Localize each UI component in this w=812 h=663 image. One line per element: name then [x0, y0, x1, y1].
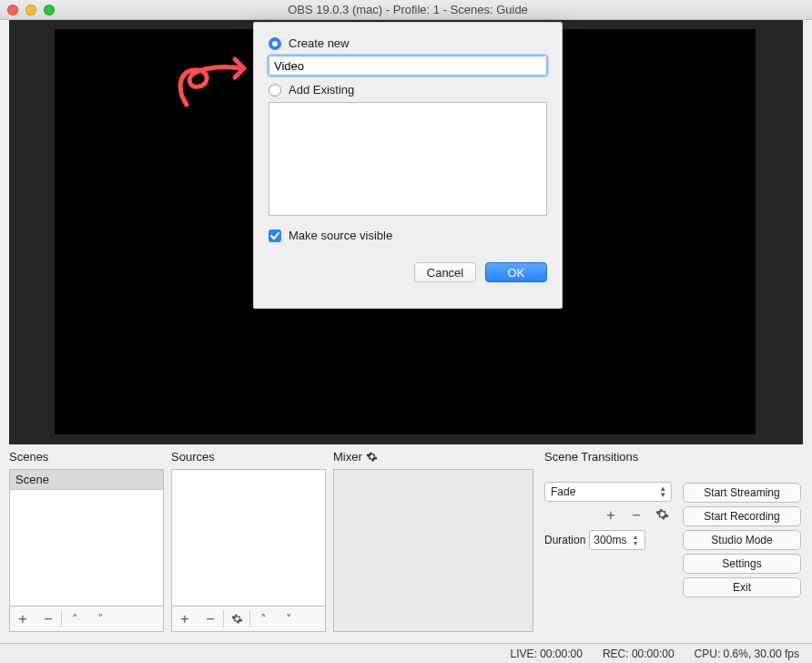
- chevron-down-icon: ˅: [97, 612, 104, 626]
- settings-button[interactable]: Settings: [683, 554, 801, 574]
- duration-spinner[interactable]: 300ms ▴▾: [589, 530, 645, 550]
- move-source-down-button[interactable]: ˅: [276, 607, 301, 631]
- move-scene-down-button[interactable]: ˅: [87, 607, 113, 631]
- scenes-panel: Scenes Scene + − ˄ ˅: [9, 450, 164, 632]
- sources-label: Sources: [171, 450, 326, 464]
- move-scene-up-button[interactable]: ˄: [62, 607, 87, 631]
- list-item[interactable]: Scene: [10, 470, 163, 490]
- source-properties-button[interactable]: [224, 607, 249, 631]
- move-source-up-button[interactable]: ˄: [250, 607, 276, 631]
- start-recording-button[interactable]: Start Recording: [683, 506, 801, 526]
- spinner-arrows-icon: ▴▾: [630, 534, 641, 546]
- exit-button[interactable]: Exit: [683, 577, 801, 597]
- transition-properties-button[interactable]: [654, 507, 670, 525]
- gear-icon: [655, 507, 669, 521]
- scenes-label: Scenes: [9, 450, 164, 464]
- transition-selected: Fade: [551, 485, 575, 498]
- duration-value: 300ms: [594, 534, 626, 546]
- plus-icon: +: [18, 611, 26, 627]
- existing-sources-list[interactable]: [269, 102, 547, 216]
- chevron-up-icon: ˄: [260, 612, 267, 626]
- gear-icon[interactable]: [366, 451, 378, 463]
- cancel-button[interactable]: Cancel: [414, 262, 476, 282]
- window-title: OBS 19.0.3 (mac) - Profile: 1 - Scenes: …: [11, 3, 805, 16]
- add-existing-radio[interactable]: Add Existing: [269, 83, 547, 97]
- remove-scene-button[interactable]: −: [36, 607, 61, 631]
- chevron-up-icon: ˄: [72, 612, 78, 626]
- start-streaming-button[interactable]: Start Streaming: [683, 483, 801, 503]
- status-cpu: CPU: 0.6%, 30.00 fps: [695, 648, 799, 660]
- ok-button[interactable]: OK: [485, 262, 547, 282]
- remove-transition-button[interactable]: −: [628, 507, 645, 525]
- status-live: LIVE: 00:00:00: [510, 648, 582, 660]
- mixer-panel: Mixer: [333, 450, 533, 632]
- minus-icon: −: [206, 611, 214, 627]
- transition-select[interactable]: Fade ▴▾: [544, 482, 672, 502]
- add-source-button[interactable]: +: [172, 607, 198, 631]
- make-visible-checkbox[interactable]: Make source visible: [269, 229, 547, 242]
- add-existing-label: Add Existing: [289, 83, 354, 97]
- plus-icon: +: [180, 611, 188, 627]
- transitions-label: Scene Transitions: [544, 450, 672, 464]
- chevron-down-icon: ˅: [286, 612, 292, 626]
- create-source-dialog: Create new Add Existing Make source visi…: [253, 22, 563, 309]
- mixer-box: [333, 469, 533, 632]
- controls-panel: Start Streaming Start Recording Studio M…: [683, 450, 801, 632]
- add-transition-button[interactable]: +: [603, 507, 619, 525]
- minus-icon: −: [632, 507, 640, 523]
- create-new-label: Create new: [289, 36, 349, 50]
- bottom-panels: Scenes Scene + − ˄ ˅ Sources + − ˄ ˅ M: [9, 450, 803, 632]
- sources-toolbar: + − ˄ ˅: [171, 607, 326, 632]
- add-scene-button[interactable]: +: [10, 607, 36, 631]
- status-bar: LIVE: 00:00:00 REC: 00:00:00 CPU: 0.6%, …: [0, 643, 812, 663]
- checkbox-checked-icon: [269, 230, 281, 242]
- select-arrows-icon: ▴▾: [661, 485, 665, 498]
- radio-unselected-icon: [269, 84, 281, 97]
- source-name-input[interactable]: [269, 56, 547, 76]
- duration-label: Duration: [544, 534, 585, 546]
- titlebar: OBS 19.0.3 (mac) - Profile: 1 - Scenes: …: [0, 0, 812, 20]
- radio-selected-icon: [269, 37, 281, 50]
- transitions-panel: Scene Transitions Fade ▴▾ + − Duration 3…: [544, 450, 672, 632]
- status-rec: REC: 00:00:00: [603, 648, 675, 660]
- minus-icon: −: [44, 611, 52, 627]
- duration-row: Duration 300ms ▴▾: [544, 530, 672, 550]
- plus-icon: +: [606, 507, 614, 523]
- make-visible-label: Make source visible: [289, 229, 392, 242]
- gear-icon: [231, 613, 243, 625]
- studio-mode-button[interactable]: Studio Mode: [683, 530, 801, 550]
- remove-source-button[interactable]: −: [198, 607, 223, 631]
- scenes-toolbar: + − ˄ ˅: [9, 607, 164, 632]
- sources-list[interactable]: [171, 469, 326, 607]
- mixer-label: Mixer: [333, 450, 533, 464]
- sources-panel: Sources + − ˄ ˅: [171, 450, 326, 632]
- create-new-radio[interactable]: Create new: [269, 36, 547, 50]
- scenes-list[interactable]: Scene: [9, 469, 164, 607]
